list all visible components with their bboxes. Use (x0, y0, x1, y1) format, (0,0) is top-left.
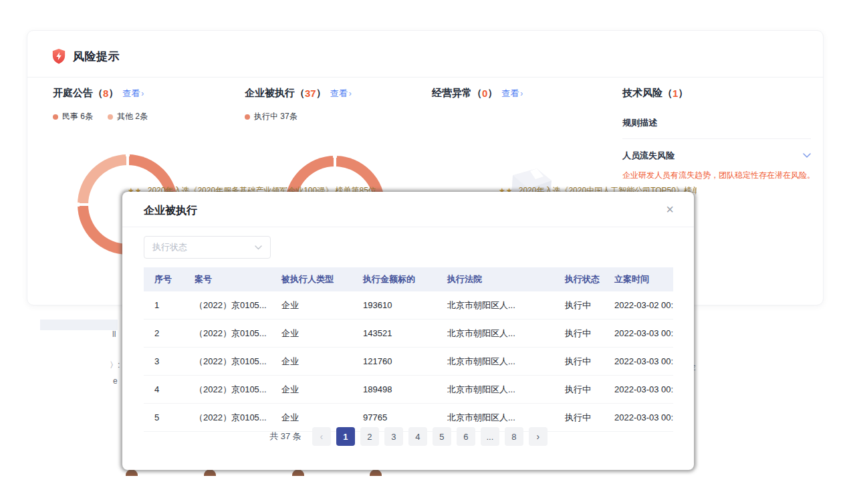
column-label: 企业被执行 (245, 87, 295, 100)
enforcement-modal: 企业被执行 × 执行状态 序号案号被执行人类型执行金额标的执行法院执行状态立案时… (122, 192, 694, 470)
table-cell: 2022-03-03 00:0... (609, 412, 673, 422)
paren: （ (662, 87, 673, 100)
chevron-right-icon: › (141, 89, 144, 98)
view-link-court-announcements[interactable]: 查看 › (122, 88, 144, 100)
tech-risk-column: 技术风险 （ 1 ） 规则描述 人员流失风险 企业研发人员有流失趋势，团队稳定性… (622, 87, 816, 181)
paren: ） (487, 87, 497, 100)
table-cell: 189498 (352, 384, 437, 394)
enforcement-table: 序号案号被执行人类型执行金额标的执行法院执行状态立案时间 1（2022）京010… (144, 267, 673, 432)
table-cell: 北京市朝阳区人... (437, 356, 554, 368)
table-header-cell: 序号 (144, 273, 184, 285)
paren: （ (472, 87, 482, 100)
legend-label: 执行中 37条 (254, 111, 297, 122)
occluded-fragment: ll (112, 330, 116, 339)
pagination-page-3[interactable]: 3 (384, 427, 403, 446)
column-count: 1 (673, 88, 678, 99)
table-cell: 北京市朝阳区人... (437, 412, 554, 424)
column-count: 8 (103, 88, 108, 99)
pagination-prev-icon[interactable]: ‹ (312, 427, 331, 446)
occluded-background-band (40, 320, 118, 330)
table-cell: 企业 (271, 412, 352, 424)
column-header-enforcement: 企业被执行 （ 37 ） 查看 › (245, 87, 352, 100)
pagination-total: 共 37 条 (269, 430, 301, 443)
table-cell: 2022-03-03 00:0... (609, 384, 673, 394)
column-header-court-announcements: 开庭公告 （ 8 ） 查看 › (53, 87, 144, 100)
pagination: 共 37 条 ‹ 123456...8 › (144, 427, 673, 446)
column-count: 0 (482, 88, 487, 99)
legend-item: 执行中 37条 (245, 111, 297, 122)
table-header-cell: 执行状态 (554, 273, 609, 285)
table-row: 1（2022）京0105...企业193610北京市朝阳区人...执行中2022… (144, 291, 673, 320)
table-cell: 企业 (271, 328, 352, 340)
close-icon[interactable]: × (660, 200, 679, 219)
table-cell: 121760 (352, 356, 437, 366)
pagination-pages: 123456...8 (336, 427, 523, 446)
table-cell: 2022-03-02 00:0... (609, 300, 673, 310)
execution-status-select[interactable]: 执行状态 (144, 236, 271, 259)
legend-label: 民事 6条 (62, 111, 93, 122)
pagination-page-1[interactable]: 1 (336, 427, 355, 446)
paren: ） (108, 87, 118, 100)
chevron-down-icon (255, 245, 262, 250)
table-cell: 企业 (271, 356, 352, 368)
table-header-cell: 执行金额标的 (352, 273, 437, 285)
view-link-operation-abnormal[interactable]: 查看 › (501, 88, 523, 100)
occluded-fragment: e (113, 376, 118, 386)
table-header-cell: 执行法院 (437, 273, 554, 285)
table-cell: 143521 (352, 328, 437, 338)
select-placeholder: 执行状态 (152, 241, 187, 253)
chevron-down-icon[interactable] (803, 153, 811, 158)
table-cell: （2022）京0105... (184, 328, 271, 340)
pagination-ellipsis[interactable]: ... (481, 427, 499, 446)
risk-description-text: 企业研发人员有流失趋势，团队稳定性存在潜在风险。 (622, 170, 823, 181)
table-header-cell: 案号 (184, 273, 271, 285)
occluded-donut-top (370, 469, 382, 476)
table-cell: 北京市朝阳区人... (437, 299, 554, 311)
pagination-page-6[interactable]: 6 (457, 427, 475, 446)
paren: （ (93, 87, 103, 100)
table-row: 2（2022）京0105...企业143521北京市朝阳区人...执行中2022… (144, 320, 673, 348)
view-link-label: 查看 (122, 88, 140, 100)
shield-alert-icon (51, 48, 66, 64)
table-cell: 97765 (352, 412, 437, 422)
table-cell: 2022-03-03 00:0... (609, 356, 673, 366)
table-header-cell: 立案时间 (609, 273, 673, 285)
chevron-right-icon: › (520, 89, 523, 98)
pagination-page-2[interactable]: 2 (360, 427, 379, 446)
table-row: 3（2022）京0105...企业121760北京市朝阳区人...执行中2022… (144, 348, 673, 376)
table-cell: 企业 (271, 384, 352, 396)
table-cell: 5 (144, 412, 184, 422)
panel-title: 风险提示 (73, 49, 120, 64)
table-cell: 2 (144, 328, 184, 338)
pagination-page-8[interactable]: 8 (505, 427, 523, 446)
paren: ） (678, 87, 688, 100)
modal-title: 企业被执行 (144, 204, 197, 218)
pagination-page-5[interactable]: 5 (433, 427, 451, 446)
table-header-row: 序号案号被执行人类型执行金额标的执行法院执行状态立案时间 (144, 267, 673, 291)
table-header-cell: 被执行人类型 (271, 273, 352, 285)
pagination-page-4[interactable]: 4 (408, 427, 427, 446)
page: { "ui": { "paren_open": "（", "paren_clos… (0, 0, 847, 504)
column-header-tech-risk: 技术风险 （ 1 ） (622, 87, 816, 100)
legend-enforcement: 执行中 37条 (245, 111, 297, 122)
rule-description-heading: 规则描述 (622, 117, 816, 129)
legend-dot-icon (108, 114, 113, 120)
divider (622, 138, 811, 139)
table-cell: 193610 (352, 300, 437, 310)
legend-dot-icon (245, 114, 250, 120)
pagination-next-icon[interactable]: › (529, 427, 548, 446)
column-label: 开庭公告 (53, 87, 93, 100)
table-cell: （2022）京0105... (184, 356, 271, 368)
table-body: 1（2022）京0105...企业193610北京市朝阳区人...执行中2022… (144, 291, 673, 432)
column-count: 37 (305, 88, 316, 99)
table-cell: 1 (144, 300, 184, 310)
view-link-enforcement[interactable]: 查看 › (330, 88, 352, 100)
table-cell: （2022）京0105... (184, 299, 271, 311)
occluded-fragment: 〉: (110, 360, 120, 371)
column-label: 经营异常 (432, 87, 472, 100)
paren: ） (316, 87, 326, 100)
paren: （ (295, 87, 305, 100)
table-cell: 4 (144, 384, 184, 394)
view-link-label: 查看 (501, 88, 519, 100)
legend-court-announcements: 民事 6条 其他 2条 (53, 111, 148, 122)
